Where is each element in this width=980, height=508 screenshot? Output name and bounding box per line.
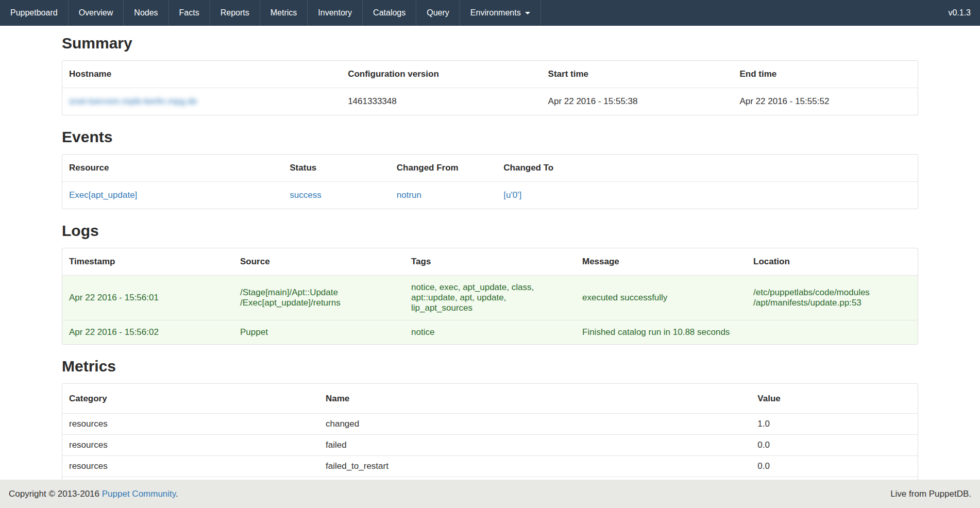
puppet-community-link[interactable]: Puppet Community: [102, 489, 176, 499]
nav-item-inventory[interactable]: Inventory: [308, 0, 363, 26]
end-time-value: Apr 22 2016 - 15:55:52: [733, 88, 918, 115]
log-location: [747, 320, 918, 345]
navbar: Puppetboard Overview Nodes Facts Reports…: [0, 0, 980, 26]
log-source: Puppet: [233, 320, 404, 345]
nav-item-catalogs[interactable]: Catalogs: [363, 0, 416, 26]
events-col-changed-from: Changed From: [390, 155, 497, 182]
log-row: Apr 22 2016 - 15:56:02 Puppet notice Fin…: [62, 320, 918, 345]
hostname-link[interactable]: snat-tservom.mpib-berlin.mpg.de: [69, 96, 197, 106]
metrics-col-value: Value: [751, 384, 918, 414]
metric-name: changed: [319, 414, 751, 435]
metrics-panel: Category Name Value resources changed 1.…: [62, 383, 918, 480]
nav-item-metrics[interactable]: Metrics: [260, 0, 308, 26]
logs-col-message: Message: [576, 248, 747, 276]
metric-name: failed_to_restart: [319, 456, 751, 477]
summary-row: snat-tservom.mpib-berlin.mpg.de 14613333…: [62, 88, 918, 115]
summary-header-row: Hostname Configuration version Start tim…: [62, 61, 918, 88]
copyright-text: Copyright © 2013-2016: [9, 489, 102, 499]
events-header-row: Resource Status Changed From Changed To: [62, 155, 918, 182]
metrics-col-category: Category: [62, 384, 319, 414]
event-changed-to-link[interactable]: [u'0']: [503, 190, 521, 200]
summary-col-config-version: Configuration version: [341, 61, 541, 88]
summary-col-start-time: Start time: [542, 61, 733, 88]
footer: Copyright © 2013-2016 Puppet Community. …: [0, 480, 980, 508]
log-message: Finished catalog run in 10.88 seconds: [576, 320, 747, 345]
nav-item-environments-dropdown[interactable]: Environments: [460, 0, 541, 26]
metric-row: resources failed_to_restart 0.0: [62, 456, 918, 477]
summary-panel: Hostname Configuration version Start tim…: [62, 60, 918, 115]
metrics-col-name: Name: [319, 384, 751, 414]
metric-category: resources: [62, 456, 319, 477]
footer-source-text: Live from PuppetDB.: [890, 489, 971, 499]
log-row: Apr 22 2016 - 15:56:01 /Stage[main]/Apt:…: [62, 276, 918, 320]
summary-col-end-time: End time: [733, 61, 918, 88]
nav-item-overview[interactable]: Overview: [69, 0, 124, 26]
nav-item-facts[interactable]: Facts: [169, 0, 210, 26]
metric-value: 0.0: [751, 435, 918, 456]
log-tags: notice: [404, 320, 576, 345]
summary-heading: Summary: [62, 34, 918, 52]
summary-col-hostname: Hostname: [62, 61, 341, 88]
events-col-status: Status: [283, 155, 390, 182]
metrics-table: Category Name Value resources changed 1.…: [62, 384, 918, 480]
event-row: Exec[apt_update] success notrun [u'0']: [62, 182, 918, 209]
logs-panel: Timestamp Source Tags Message Location A…: [62, 248, 918, 345]
nav-item-query[interactable]: Query: [416, 0, 460, 26]
log-message: executed successfully: [576, 276, 747, 320]
metric-category: resources: [62, 414, 319, 435]
metric-value: 1.0: [751, 414, 918, 435]
log-tags: notice, exec, apt_update, class, apt::up…: [404, 276, 576, 320]
event-status-link[interactable]: success: [290, 190, 321, 200]
log-source: /Stage[main]/Apt::Update /Exec[apt_updat…: [233, 276, 404, 320]
navbar-spacer: [541, 0, 939, 26]
logs-col-timestamp: Timestamp: [62, 248, 233, 276]
metric-name: failed: [319, 435, 751, 456]
event-changed-from-link[interactable]: notrun: [397, 190, 421, 200]
event-resource-link[interactable]: Exec[apt_update]: [69, 190, 137, 200]
nav-item-nodes[interactable]: Nodes: [124, 0, 168, 26]
logs-table: Timestamp Source Tags Message Location A…: [62, 248, 918, 344]
events-col-resource: Resource: [62, 155, 283, 182]
logs-col-source: Source: [233, 248, 404, 276]
metrics-header-row: Category Name Value: [62, 384, 918, 414]
events-heading: Events: [62, 128, 918, 146]
nav-brand[interactable]: Puppetboard: [0, 0, 69, 26]
footer-copyright: Copyright © 2013-2016 Puppet Community.: [9, 489, 178, 499]
logs-col-location: Location: [747, 248, 918, 276]
metric-row: resources failed 0.0: [62, 435, 918, 456]
config-version-value: 1461333348: [341, 88, 541, 115]
chevron-down-icon: [525, 12, 530, 14]
logs-heading: Logs: [62, 222, 918, 240]
logs-col-tags: Tags: [404, 248, 576, 276]
nav-item-reports[interactable]: Reports: [210, 0, 260, 26]
log-location: /etc/puppetlabs/code/modules /apt/manife…: [747, 276, 918, 320]
metric-category: resources: [62, 435, 319, 456]
metrics-heading: Metrics: [62, 357, 918, 375]
start-time-value: Apr 22 2016 - 15:55:38: [542, 88, 733, 115]
log-timestamp: Apr 22 2016 - 15:56:02: [62, 320, 233, 345]
metric-row: resources changed 1.0: [62, 414, 918, 435]
summary-table: Hostname Configuration version Start tim…: [62, 61, 918, 115]
environments-label: Environments: [470, 8, 521, 18]
logs-header-row: Timestamp Source Tags Message Location: [62, 248, 918, 276]
main-content: Summary Hostname Configuration version S…: [0, 26, 980, 480]
events-table: Resource Status Changed From Changed To …: [62, 155, 918, 209]
version-label: v0.1.3: [939, 0, 980, 26]
metric-value: 0.0: [751, 456, 918, 477]
events-col-changed-to: Changed To: [497, 155, 918, 182]
log-timestamp: Apr 22 2016 - 15:56:01: [62, 276, 233, 320]
events-panel: Resource Status Changed From Changed To …: [62, 154, 918, 209]
copyright-period: .: [176, 489, 178, 499]
